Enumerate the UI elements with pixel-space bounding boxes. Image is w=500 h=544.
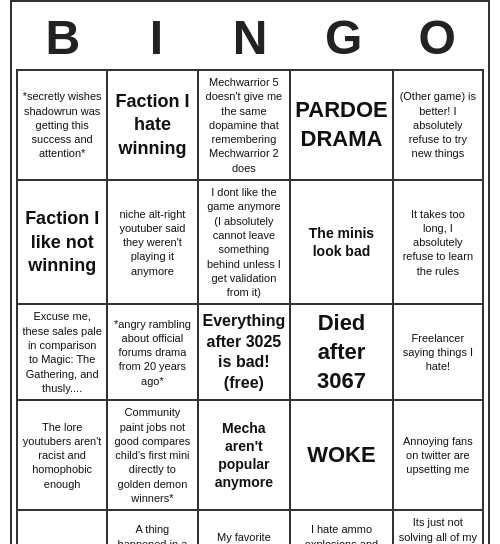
header-letter-o: O <box>393 10 481 65</box>
bingo-cell-22: My favorite niche product hasn't gotten … <box>199 511 292 544</box>
bingo-cell-12: Everything after 3025 is bad! (free) <box>199 305 292 401</box>
bingo-cell-10: Excuse me, these sales pale in compariso… <box>18 305 108 401</box>
bingo-cell-4: (Other game) is better! I absolutely ref… <box>394 71 484 181</box>
header-letter-n: N <box>206 10 294 65</box>
bingo-cell-2: Mechwarrior 5 doesn't give me the same d… <box>199 71 292 181</box>
bingo-cell-13: Died after 3067 <box>291 305 394 401</box>
bingo-cell-5: Faction I like not winning <box>18 181 108 305</box>
bingo-cell-14: Freelancer saying things I hate! <box>394 305 484 401</box>
bingo-cell-20: "Kickstarter use = dead game" <box>18 511 108 544</box>
bingo-cell-7: I dont like the game anymore (I absolute… <box>199 181 292 305</box>
bingo-card: BINGO *secretly wishes shadowrun was get… <box>10 0 490 544</box>
bingo-cell-21: A thing happened in a novel ten years ag… <box>108 511 198 544</box>
bingo-cell-8: The minis look bad <box>291 181 394 305</box>
bingo-cell-17: Mecha aren't popular anymore <box>199 401 292 511</box>
header-letter-g: G <box>300 10 388 65</box>
bingo-cell-6: niche alt-right youtuber said they weren… <box>108 181 198 305</box>
bingo-header: BINGO <box>16 6 484 69</box>
bingo-cell-15: The lore youtubers aren't racist and hom… <box>18 401 108 511</box>
header-letter-i: I <box>112 10 200 65</box>
bingo-cell-9: It takes too long, I absolutely refuse t… <box>394 181 484 305</box>
bingo-cell-1: Faction I hate winning <box>108 71 198 181</box>
bingo-cell-19: Annoying fans on twitter are upsetting m… <box>394 401 484 511</box>
bingo-cell-0: *secretly wishes shadowrun was getting t… <box>18 71 108 181</box>
bingo-cell-24: Its just not solving all of my emotional… <box>394 511 484 544</box>
bingo-cell-16: Community paint jobs not good compares c… <box>108 401 198 511</box>
bingo-cell-11: *angry rambling about official forums dr… <box>108 305 198 401</box>
bingo-cell-18: WOKE <box>291 401 394 511</box>
bingo-cell-23: I hate ammo explosions and cockpit shots… <box>291 511 394 544</box>
header-letter-b: B <box>19 10 107 65</box>
bingo-cell-3: PARDOE DRAMA <box>291 71 394 181</box>
bingo-grid: *secretly wishes shadowrun was getting t… <box>16 69 484 544</box>
